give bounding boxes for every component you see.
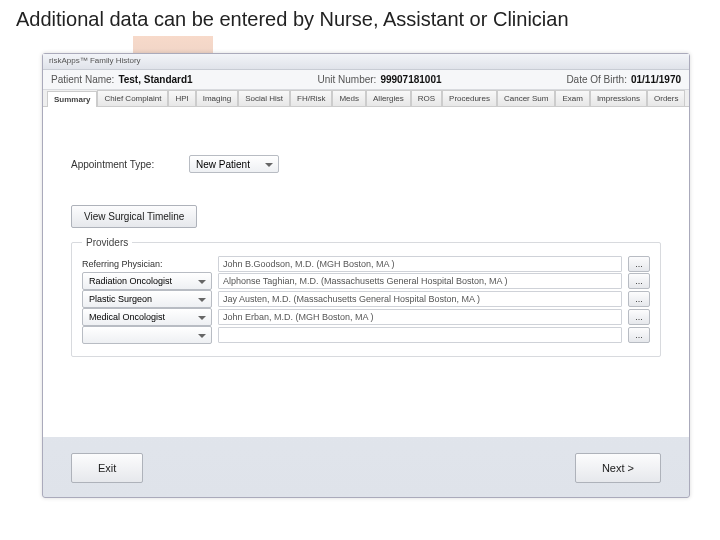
tab-procedures[interactable]: Procedures	[442, 90, 497, 106]
provider-name-input[interactable]: John B.Goodson, M.D. (MGH Boston, MA )	[218, 256, 622, 272]
provider-name-input[interactable]	[218, 327, 622, 343]
appointment-type-label: Appointment Type:	[71, 159, 181, 170]
view-surgical-timeline-button[interactable]: View Surgical Timeline	[71, 205, 197, 228]
tab-social-hist[interactable]: Social Hist	[238, 90, 290, 106]
tab-summary[interactable]: Summary	[47, 91, 97, 107]
provider-more-button[interactable]: ...	[628, 256, 650, 272]
provider-row: Radiation OncologistAlphonse Taghian, M.…	[82, 272, 650, 290]
provider-name-input[interactable]: Alphonse Taghian, M.D. (Massachusetts Ge…	[218, 273, 622, 289]
tab-meds[interactable]: Meds	[332, 90, 366, 106]
providers-legend: Providers	[82, 237, 132, 248]
provider-type-select[interactable]	[82, 326, 212, 344]
patient-name-value: Test, Standard1	[118, 74, 192, 85]
tab-orders[interactable]: Orders	[647, 90, 685, 106]
provider-more-button[interactable]: ...	[628, 273, 650, 289]
appointment-type-row: Appointment Type: New Patient	[71, 155, 661, 173]
slide-title: Additional data can be entered by Nurse,…	[0, 0, 720, 35]
dob-value: 01/11/1970	[631, 74, 681, 85]
tab-imaging[interactable]: Imaging	[196, 90, 238, 106]
app-window: riskApps™ Family History Patient Name: T…	[42, 53, 690, 498]
tab-exam[interactable]: Exam	[555, 90, 589, 106]
provider-name-input[interactable]: John Erban, M.D. (MGH Boston, MA )	[218, 309, 622, 325]
provider-type-value: Medical Oncologist	[89, 312, 165, 322]
patient-name-label: Patient Name:	[51, 74, 114, 85]
window-titlebar: riskApps™ Family History	[43, 54, 689, 70]
tab-allergies[interactable]: Allergies	[366, 90, 411, 106]
unit-number-value: 99907181001	[380, 74, 441, 85]
next-button[interactable]: Next >	[575, 453, 661, 483]
tab-fh-risk[interactable]: FH/Risk	[290, 90, 332, 106]
tab-ros[interactable]: ROS	[411, 90, 442, 106]
provider-type-label: Referring Physician:	[82, 259, 212, 269]
exit-button[interactable]: Exit	[71, 453, 143, 483]
provider-more-button[interactable]: ...	[628, 309, 650, 325]
tab-impressions[interactable]: Impressions	[590, 90, 647, 106]
provider-type-select[interactable]: Radiation Oncologist	[82, 272, 212, 290]
tab-strip: SummaryChief ComplaintHPIImagingSocial H…	[43, 90, 689, 107]
tab-cancer-sum[interactable]: Cancer Sum	[497, 90, 555, 106]
provider-more-button[interactable]: ...	[628, 327, 650, 343]
provider-row: Referring Physician:John B.Goodson, M.D.…	[82, 256, 650, 272]
provider-row: ...	[82, 326, 650, 344]
provider-type-select[interactable]: Medical Oncologist	[82, 308, 212, 326]
provider-type-value: Radiation Oncologist	[89, 276, 172, 286]
appointment-type-value: New Patient	[196, 159, 250, 170]
provider-more-button[interactable]: ...	[628, 291, 650, 307]
provider-type-select[interactable]: Plastic Surgeon	[82, 290, 212, 308]
appointment-type-select[interactable]: New Patient	[189, 155, 279, 173]
unit-number-label: Unit Number:	[317, 74, 376, 85]
patient-header: Patient Name: Test, Standard1 Unit Numbe…	[43, 70, 689, 90]
provider-row: Medical OncologistJohn Erban, M.D. (MGH …	[82, 308, 650, 326]
provider-row: Plastic SurgeonJay Austen, M.D. (Massach…	[82, 290, 650, 308]
tab-content-summary: Appointment Type: New Patient View Surgi…	[43, 107, 689, 437]
dob-label: Date Of Birth:	[566, 74, 627, 85]
tab-hpi[interactable]: HPI	[168, 90, 195, 106]
footer-bar: Exit Next >	[43, 437, 689, 497]
providers-fieldset: Providers Referring Physician:John B.Goo…	[71, 242, 661, 357]
tab-chief-complaint[interactable]: Chief Complaint	[97, 90, 168, 106]
provider-type-value: Plastic Surgeon	[89, 294, 152, 304]
provider-name-input[interactable]: Jay Austen, M.D. (Massachusetts General …	[218, 291, 622, 307]
